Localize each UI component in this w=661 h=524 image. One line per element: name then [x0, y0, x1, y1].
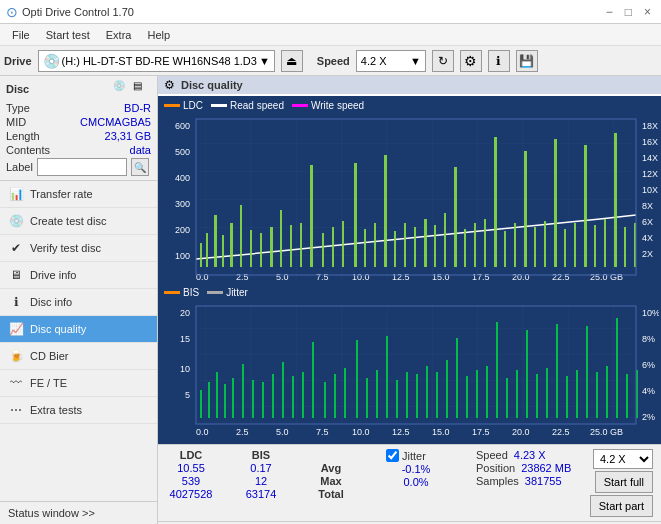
legend-read-speed: Read speed [211, 100, 284, 111]
svg-rect-38 [300, 223, 302, 267]
speed-stat-label: Speed [476, 449, 508, 461]
svg-text:17.5: 17.5 [472, 272, 490, 282]
speed-label: Speed [317, 55, 350, 67]
svg-text:15.0: 15.0 [432, 427, 450, 437]
speed-selector[interactable]: 4.2 X ▼ [356, 50, 426, 72]
disc-info-panel: Disc 💿 ▤ Type BD-R MID CMCMAGBA5 Length … [0, 76, 157, 181]
drive-value: (H:) HL-DT-ST BD-RE WH16NS48 1.D3 [62, 55, 257, 67]
svg-text:22.5: 22.5 [552, 427, 570, 437]
sidebar-item-create-test-disc[interactable]: 💿 Create test disc [0, 208, 157, 235]
drive-selector[interactable]: 💿 (H:) HL-DT-ST BD-RE WH16NS48 1.D3 ▼ [38, 50, 275, 72]
svg-rect-99 [242, 364, 244, 418]
svg-rect-105 [302, 372, 304, 418]
samples-row: Samples 381755 [476, 475, 571, 487]
label-input[interactable] [37, 158, 127, 176]
svg-text:500: 500 [175, 147, 190, 157]
speed-stat-value: 4.23 X [514, 449, 546, 461]
start-full-button[interactable]: Start full [595, 471, 653, 493]
svg-rect-103 [282, 362, 284, 418]
sidebar-item-cd-bier[interactable]: 🍺 CD Bier [0, 343, 157, 370]
drive-icon: 💿 [43, 53, 60, 69]
ldc-color [164, 104, 180, 107]
svg-rect-107 [324, 382, 326, 418]
svg-rect-97 [224, 384, 226, 418]
sidebar-item-disc-info[interactable]: ℹ Disc info [0, 289, 157, 316]
content-area: ⚙ Disc quality LDC Read speed Write spee… [158, 76, 661, 524]
svg-rect-39 [310, 165, 313, 267]
eject-button[interactable]: ⏏ [281, 50, 303, 72]
maximize-button[interactable]: □ [621, 5, 636, 19]
minimize-button[interactable]: − [602, 5, 617, 19]
jitter-header: Jitter [402, 450, 426, 462]
save-button[interactable]: 💾 [516, 50, 538, 72]
avg-label: Avg [306, 462, 356, 474]
disc-section-label: Disc [6, 83, 29, 95]
label-search-button[interactable]: 🔍 [131, 158, 149, 176]
type-value: BD-R [124, 102, 151, 114]
svg-rect-68 [604, 219, 606, 267]
svg-rect-70 [624, 227, 626, 267]
sidebar-item-extra-tests[interactable]: ⋯ Extra tests [0, 397, 157, 424]
chevron-down-icon2: ▼ [410, 55, 421, 67]
ldc-header: LDC [166, 449, 216, 461]
svg-rect-95 [208, 382, 210, 418]
sidebar-item-verify-test-disc[interactable]: ✔ Verify test disc [0, 235, 157, 262]
window-controls[interactable]: − □ × [602, 5, 655, 19]
svg-text:4X: 4X [642, 233, 653, 243]
svg-rect-42 [342, 221, 344, 267]
svg-rect-132 [576, 370, 578, 418]
status-window-button[interactable]: Status window >> [0, 501, 157, 524]
menu-start-test[interactable]: Start test [38, 27, 98, 43]
jitter-checkbox[interactable] [386, 449, 399, 462]
svg-text:7.5: 7.5 [316, 427, 329, 437]
sidebar-item-disc-quality[interactable]: 📈 Disc quality [0, 316, 157, 343]
extra-tests-icon: ⋯ [8, 402, 24, 418]
svg-rect-32 [240, 205, 242, 267]
svg-rect-49 [414, 227, 416, 267]
ldc-total: 4027528 [166, 488, 216, 500]
length-value: 23,31 GB [105, 130, 151, 142]
disc-icon2[interactable]: ▤ [133, 80, 151, 98]
svg-rect-116 [416, 374, 418, 418]
menu-file[interactable]: File [4, 27, 38, 43]
legend-jitter: Jitter [207, 287, 248, 298]
svg-rect-114 [396, 380, 398, 418]
svg-rect-59 [514, 223, 516, 267]
jitter-checkbox-row[interactable]: Jitter [386, 449, 446, 462]
settings-button[interactable]: ⚙ [460, 50, 482, 72]
jitter-max: 0.0% [386, 476, 446, 488]
svg-text:7.5: 7.5 [316, 272, 329, 282]
svg-rect-101 [262, 382, 264, 418]
stats-left: LDC 10.55 539 4027528 BIS 0.17 12 63174 [166, 449, 571, 500]
speed-dropdown[interactable]: 4.2 X [593, 449, 653, 469]
close-button[interactable]: × [640, 5, 655, 19]
svg-rect-98 [232, 378, 234, 418]
svg-text:2X: 2X [642, 249, 653, 259]
menu-extra[interactable]: Extra [98, 27, 140, 43]
sidebar-item-transfer-rate[interactable]: 📊 Transfer rate [0, 181, 157, 208]
info-button[interactable]: ℹ [488, 50, 510, 72]
svg-rect-119 [446, 360, 448, 418]
sidebar-item-drive-info[interactable]: 🖥 Drive info [0, 262, 157, 289]
svg-rect-55 [474, 223, 476, 267]
refresh-button[interactable]: ↻ [432, 50, 454, 72]
menu-help[interactable]: Help [139, 27, 178, 43]
start-part-button[interactable]: Start part [590, 495, 653, 517]
sidebar-item-fe-te[interactable]: 〰 FE / TE [0, 370, 157, 397]
disc-quality-icon: 📈 [8, 321, 24, 337]
svg-text:15.0: 15.0 [432, 272, 450, 282]
svg-rect-135 [606, 366, 608, 418]
svg-rect-47 [394, 231, 396, 267]
type-label: Type [6, 102, 30, 114]
svg-text:8X: 8X [642, 201, 653, 211]
disc-icon1[interactable]: 💿 [113, 80, 131, 98]
svg-rect-110 [356, 340, 358, 418]
menu-bar: File Start test Extra Help [0, 24, 661, 46]
sidebar-label-extra-tests: Extra tests [30, 404, 82, 416]
quality-panel-title: Disc quality [181, 79, 243, 91]
jitter-stats: Jitter -0.1% 0.0% [386, 449, 446, 500]
svg-text:200: 200 [175, 225, 190, 235]
stats-bar: LDC 10.55 539 4027528 BIS 0.17 12 63174 [158, 444, 661, 521]
svg-text:2.5: 2.5 [236, 272, 249, 282]
position-label: Position [476, 462, 515, 474]
